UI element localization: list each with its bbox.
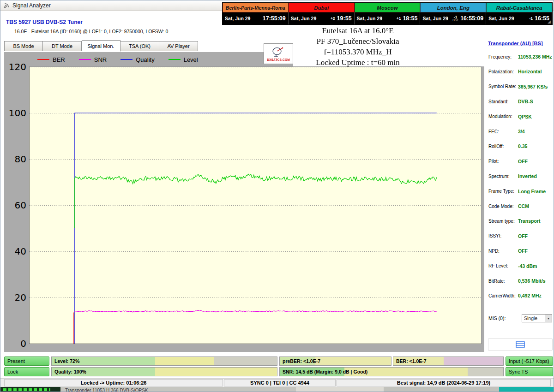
status-bar: Locked -> Uptime: 01:06:26 SYNC 0 | TEI … — [0, 378, 554, 387]
param-value: OFF — [518, 248, 528, 254]
clock-date: Sat, Jun 29 — [291, 16, 316, 21]
measurement-header: Eutelsat 16A at 16.0°E PF 370_Lučenec/Sl… — [267, 25, 448, 68]
legend-label: SNR — [94, 56, 107, 63]
signal-history-chart — [29, 66, 482, 344]
y-axis-tick-80: 80 — [7, 154, 26, 164]
param-value: Horizontal — [518, 69, 542, 74]
legend-swatch-quality — [120, 59, 132, 60]
param-row-code-mode: Code Mode:CCM — [488, 202, 553, 211]
legend-item-snr: SNR — [79, 56, 107, 63]
y-axis-tick-60: 60 — [7, 200, 26, 210]
clock-date: Sat, Jun 29 — [488, 16, 514, 21]
param-value: Inverted — [518, 173, 537, 179]
param-value: 0,492 MHz — [518, 293, 542, 298]
preber-meter: preBER: <1.0E-7 — [279, 356, 391, 366]
clock-utc-offset: -1 — [529, 17, 533, 21]
param-label: Polarization: — [488, 69, 518, 74]
legend-swatch-ber — [37, 59, 49, 60]
param-row-carrierwidth: CarrierWidth:0,492 MHz — [488, 291, 553, 300]
window-title: Signal Analyzer — [12, 2, 51, 9]
param-value: Transport — [518, 218, 540, 224]
clock-time-row: Sat, Jun 29-116:55 — [486, 12, 552, 24]
lock-indicator: Lock — [4, 367, 49, 376]
param-row-frequency: Frequency:11053,236 MHz — [488, 52, 553, 61]
param-label: Code Mode: — [488, 204, 518, 209]
chevron-down-icon[interactable]: ▼ — [545, 315, 552, 322]
mis-selected-value: Single — [524, 315, 537, 321]
signal-analyzer-icon — [3, 2, 10, 9]
clock-time-value: 18:55 — [403, 15, 417, 22]
clock-city-label: Moscow — [355, 3, 421, 12]
clock-utc-offset: +1 — [397, 17, 401, 21]
y-axis-tick-0: 0 — [7, 339, 26, 349]
param-value: OFF — [518, 233, 528, 239]
dxsatcs-logo-text: DXSATCS.COM — [267, 58, 290, 61]
ber-meter: BER: <1.0E-7 — [393, 356, 504, 366]
clock-dubai: DubaiSat, Jun 29+219:55 — [289, 3, 355, 24]
satellite-dish-icon — [269, 47, 288, 58]
clock-utc-offset: -1DST — [452, 15, 458, 22]
transponder-panel-title: Transponder (AU) [BS] — [488, 41, 543, 46]
input-indicator: Input (~517 Kbps) — [506, 356, 553, 366]
tab-signal-mon[interactable]: Signal Mon. — [82, 40, 120, 52]
param-row-standard: Standard:DVB-S — [488, 97, 553, 106]
param-value: 365,967 KS/s — [518, 84, 548, 89]
param-label: Stream type: — [488, 219, 518, 224]
param-value: QPSK — [518, 114, 532, 119]
signal-analyzer-window: Signal Analyzer Berlin-Paris-Vienna-Roma… — [0, 0, 554, 392]
tuner-lof-info: 16.0E - Eutelsat 16A (ID: 0160) @ LOF1: … — [14, 29, 168, 34]
mode-tabs: BS ModeDT ModeSignal Mon.TSA (OK)AV Play… — [4, 41, 198, 52]
legend-swatch-snr — [79, 59, 91, 60]
chart-legend: BERSNRQualityLevel — [37, 55, 198, 64]
param-label: Spectrum: — [488, 174, 518, 179]
y-axis-tick-100: 100 — [7, 108, 26, 118]
quality-meter: Quality: 100% — [51, 367, 277, 376]
tab-tsa-ok[interactable]: TSA (OK) — [120, 41, 159, 51]
legend-label: Quality — [136, 56, 154, 63]
legend-label: BER — [53, 56, 65, 63]
param-label: RF Level: — [488, 263, 518, 268]
param-row-pilot: Pilot:OFF — [488, 157, 553, 166]
site-title: PF 370_Lučenec/Slovakia — [267, 36, 448, 47]
param-row-bitrate: BitRate:0,536 Mbit/s — [488, 276, 553, 285]
legend-label: Level — [184, 56, 198, 63]
dxsatcs-logo: DXSATCS.COM — [264, 43, 293, 64]
y-axis-tick-20: 20 — [7, 292, 26, 303]
param-row-issyi: ISSYI:OFF — [488, 232, 553, 241]
param-label: NPD: — [488, 249, 518, 254]
legend-swatch-level — [169, 59, 181, 60]
level-meter: Level: 72% — [51, 356, 277, 366]
param-value: 0,536 Mbit/s — [518, 278, 546, 284]
param-row-npd: NPD:OFF — [488, 246, 553, 255]
frequency-title: f=11053.370 MHz_H — [267, 47, 448, 57]
clock-date: Sat, Jun 29 — [357, 16, 382, 21]
chart-panel: BERSNRQualityLevel 020406080100120 — [4, 52, 484, 352]
mis-row: MIS (0): Single ▼ — [488, 314, 552, 322]
uptime-status: Locked -> Uptime: 01:06:26 — [4, 379, 223, 386]
param-label: BitRate: — [488, 279, 518, 284]
world-clocks: Berlin-Paris-Vienna-RomaSat, Jun 2917:55… — [222, 2, 553, 25]
sliver-block — [384, 387, 499, 392]
param-value: 0.35 — [518, 143, 527, 149]
clock-date: Sat, Jun 29 — [225, 16, 250, 21]
clock-time-value: 16:55:09 — [460, 15, 483, 22]
clock-city-label: London, Eng — [420, 3, 486, 12]
clock-berlin-paris-vienna-roma: Berlin-Paris-Vienna-RomaSat, Jun 2917:55… — [223, 3, 289, 24]
tab-av-player[interactable]: AV Player — [159, 41, 198, 51]
clock-time-value: 17:55:09 — [263, 15, 286, 22]
param-label: RollOff: — [488, 144, 518, 149]
transponder-list-button[interactable] — [488, 338, 553, 351]
tab-dt-mode[interactable]: DT Mode — [43, 41, 82, 51]
clock-london-eng: London, EngSat, Jun 29-1DST16:55:09 — [420, 3, 486, 24]
mis-dropdown[interactable]: Single ▼ — [522, 314, 552, 322]
param-value: DVB-S — [518, 99, 533, 104]
legend-item-ber: BER — [37, 56, 65, 63]
uptime-title: Locked Uptime : t=60 min — [267, 57, 448, 68]
clock-offset-value: -1 — [529, 17, 533, 21]
clock-city-label: Rabat-Casablanca — [486, 3, 552, 12]
tab-bs-mode[interactable]: BS Mode — [4, 41, 43, 51]
param-label: Symbol Rate: — [488, 84, 518, 89]
param-row-frame-type: Frame Type:Long Frame — [488, 187, 553, 196]
legend-item-quality: Quality — [120, 56, 154, 63]
clock-time-value: 19:55 — [337, 15, 352, 22]
